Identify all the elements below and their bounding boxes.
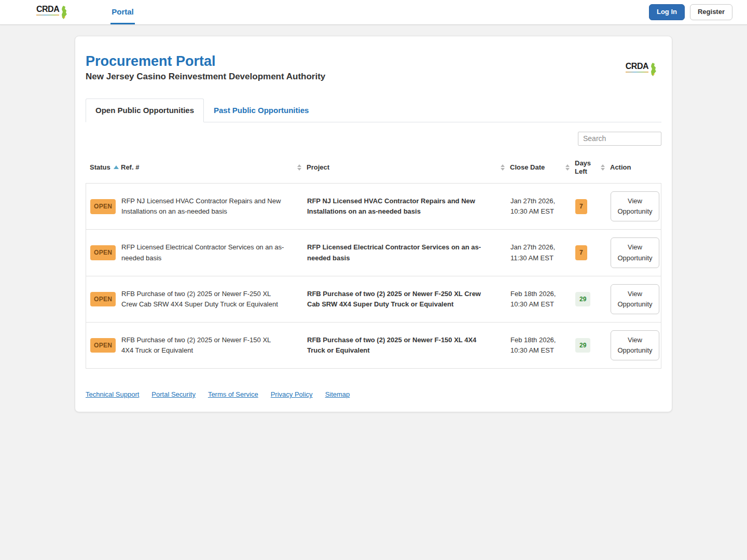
sort-icon	[565, 164, 570, 171]
card-footer: Technical Support Portal Security Terms …	[86, 390, 661, 398]
opportunities-table: OPEN RFP NJ Licensed HVAC Contractor Rep…	[86, 183, 661, 369]
project-name: RFP NJ Licensed HVAC Contractor Repairs …	[303, 196, 506, 217]
sort-icon	[501, 164, 505, 171]
card-crda-logo: CRDA	[626, 62, 657, 77]
days-left-badge: 29	[575, 292, 590, 307]
card-header: Procurement Portal New Jersey Casino Rei…	[86, 48, 661, 82]
ref-number: RFB Purchase of two (2) 2025 or Newer F-…	[117, 335, 303, 356]
column-header-ref[interactable]: Ref. #	[121, 159, 307, 176]
status-badge: OPEN	[90, 199, 116, 214]
crda-logo-tagline	[36, 15, 59, 16]
view-opportunity-button[interactable]: View Opportunity	[611, 284, 659, 314]
ref-number: RFP Licensed Electrical Contractor Servi…	[117, 242, 303, 263]
status-badge: OPEN	[90, 245, 116, 260]
crda-logo: CRDA	[36, 5, 68, 20]
ref-number: RFB Purchase of two (2) 2025 or Newer F-…	[117, 289, 303, 310]
footer-link-portal-security[interactable]: Portal Security	[151, 390, 196, 398]
navbar-brand[interactable]: CRDA	[36, 0, 68, 24]
nav-portal-link[interactable]: Portal	[110, 0, 135, 24]
new-jersey-state-icon	[60, 5, 68, 20]
project-name: RFB Purchase of two (2) 2025 or Newer F-…	[303, 335, 506, 356]
sort-icon	[601, 164, 605, 171]
view-opportunity-button[interactable]: View Opportunity	[611, 330, 659, 360]
footer-link-privacy-policy[interactable]: Privacy Policy	[271, 390, 313, 398]
new-jersey-state-icon	[649, 62, 657, 77]
search-input[interactable]	[578, 132, 661, 146]
crda-logo-text: CRDA	[36, 5, 59, 13]
footer-link-technical-support[interactable]: Technical Support	[86, 390, 139, 398]
view-opportunity-button[interactable]: View Opportunity	[611, 237, 659, 268]
column-header-days-left[interactable]: Days Left	[575, 159, 610, 176]
top-navbar: CRDA Portal Log In Register	[0, 0, 747, 25]
days-left-badge: 7	[575, 245, 587, 260]
view-opportunity-button[interactable]: View Opportunity	[611, 191, 659, 221]
register-button[interactable]: Register	[690, 4, 732, 20]
navbar-links: Portal	[110, 0, 135, 24]
tab-past-public-opportunities[interactable]: Past Public Opportunities	[204, 99, 319, 122]
table-header-row: Status Ref. # Project Close Date Days Le…	[86, 154, 661, 184]
card-crda-logo-text: CRDA	[626, 62, 648, 71]
footer-link-sitemap[interactable]: Sitemap	[325, 390, 350, 398]
card-crda-logo-tagline	[626, 72, 648, 73]
column-header-action: Action	[610, 159, 666, 176]
close-date: Feb 18th 2026, 10:30 AM EST	[506, 335, 571, 356]
tab-open-public-opportunities[interactable]: Open Public Opportunities	[86, 99, 204, 122]
procurement-portal-card: Procurement Portal New Jersey Casino Rei…	[75, 36, 672, 412]
page-title: Procurement Portal	[86, 54, 325, 69]
footer-link-terms-of-service[interactable]: Terms of Service	[208, 390, 258, 398]
navbar-actions: Log In Register	[649, 0, 732, 24]
sort-icon	[297, 164, 301, 171]
close-date: Feb 18th 2026, 10:30 AM EST	[506, 289, 571, 310]
login-button[interactable]: Log In	[649, 4, 685, 20]
table-row: OPEN RFB Purchase of two (2) 2025 or New…	[86, 276, 661, 322]
table-row: OPEN RFP NJ Licensed HVAC Contractor Rep…	[86, 184, 661, 229]
column-header-close-date[interactable]: Close Date	[510, 159, 575, 176]
search-row	[86, 132, 661, 146]
close-date: Jan 27th 2026, 10:30 AM EST	[506, 196, 571, 217]
table-row: OPEN RFP Licensed Electrical Contractor …	[86, 229, 661, 275]
sort-ascending-icon	[114, 165, 119, 169]
ref-number: RFP NJ Licensed HVAC Contractor Repairs …	[117, 196, 303, 217]
opportunity-tabs: Open Public Opportunities Past Public Op…	[86, 99, 661, 122]
close-date: Jan 27th 2026, 11:30 AM EST	[506, 242, 571, 263]
status-badge: OPEN	[90, 338, 116, 353]
column-header-project[interactable]: Project	[307, 159, 510, 176]
days-left-badge: 7	[575, 199, 587, 214]
table-row: OPEN RFB Purchase of two (2) 2025 or New…	[86, 322, 661, 368]
page-subtitle: New Jersey Casino Reinvestment Developme…	[86, 72, 325, 82]
days-left-badge: 29	[575, 338, 590, 353]
status-badge: OPEN	[90, 292, 116, 307]
project-name: RFP Licensed Electrical Contractor Servi…	[303, 242, 506, 263]
project-name: RFB Purchase of two (2) 2025 or Newer F-…	[303, 289, 506, 310]
column-header-status[interactable]: Status	[90, 159, 121, 176]
